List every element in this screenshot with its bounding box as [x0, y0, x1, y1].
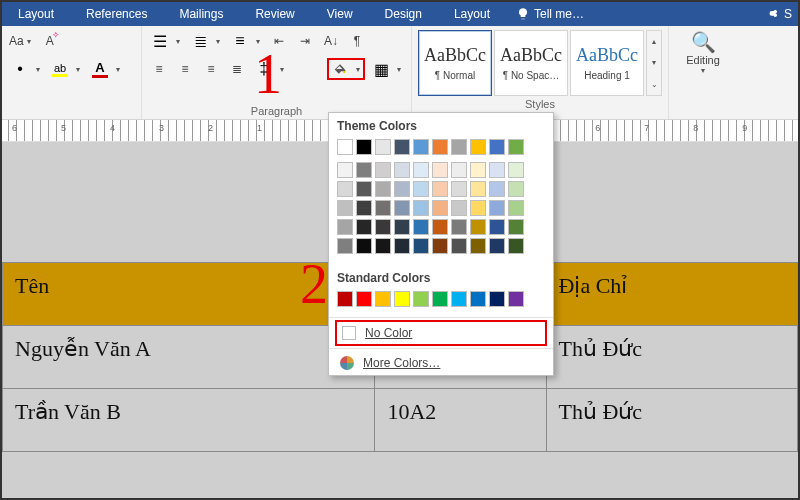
- color-swatch[interactable]: [337, 291, 353, 307]
- no-color-item[interactable]: No Color: [337, 322, 545, 344]
- color-swatch[interactable]: [489, 238, 505, 254]
- color-swatch[interactable]: [356, 219, 372, 235]
- color-swatch[interactable]: [489, 181, 505, 197]
- color-swatch[interactable]: [375, 181, 391, 197]
- color-swatch[interactable]: [375, 200, 391, 216]
- color-swatch[interactable]: [356, 200, 372, 216]
- change-case-button[interactable]: Aa▾: [8, 30, 35, 52]
- decrease-indent-button[interactable]: ⇤: [268, 30, 290, 52]
- show-marks-button[interactable]: ¶: [346, 30, 368, 52]
- font-color-button[interactable]: A▾: [88, 58, 124, 80]
- color-swatch[interactable]: [432, 200, 448, 216]
- tab-mailings[interactable]: Mailings: [163, 2, 239, 26]
- color-swatch[interactable]: [356, 238, 372, 254]
- align-center-button[interactable]: ≡: [174, 58, 196, 80]
- more-colors-item[interactable]: More Colors…: [329, 351, 553, 375]
- tab-view[interactable]: View: [311, 2, 369, 26]
- styles-more[interactable]: ▴▾⌄: [646, 30, 662, 96]
- tell-me-search[interactable]: Tell me…: [506, 7, 594, 21]
- color-swatch[interactable]: [356, 181, 372, 197]
- color-swatch[interactable]: [337, 238, 353, 254]
- align-right-button[interactable]: ≡: [200, 58, 222, 80]
- increase-indent-button[interactable]: ⇥: [294, 30, 316, 52]
- color-swatch[interactable]: [413, 200, 429, 216]
- multilevel-list-button[interactable]: ≡▾: [228, 30, 264, 52]
- color-swatch[interactable]: [394, 238, 410, 254]
- tab-design[interactable]: Design: [369, 2, 438, 26]
- color-swatch[interactable]: [432, 238, 448, 254]
- color-swatch[interactable]: [375, 291, 391, 307]
- color-swatch[interactable]: [394, 181, 410, 197]
- color-swatch[interactable]: [337, 200, 353, 216]
- color-swatch[interactable]: [413, 162, 429, 178]
- color-swatch[interactable]: [413, 181, 429, 197]
- color-swatch[interactable]: [337, 219, 353, 235]
- color-swatch[interactable]: [394, 139, 410, 155]
- color-swatch[interactable]: [451, 200, 467, 216]
- borders-button[interactable]: ▦▾: [369, 58, 405, 80]
- table-cell[interactable]: Trần Văn B: [3, 389, 375, 452]
- tab-layout-2[interactable]: Layout: [438, 2, 506, 26]
- table-cell[interactable]: Thủ Đức: [546, 389, 797, 452]
- align-left-button[interactable]: ≡: [148, 58, 170, 80]
- bullets-button[interactable]: ☰▾: [148, 30, 184, 52]
- style-normal[interactable]: AaBbCc ¶ Normal: [418, 30, 492, 96]
- color-swatch[interactable]: [356, 291, 372, 307]
- sort-button[interactable]: A↓: [320, 30, 342, 52]
- table-cell[interactable]: Thủ Đức: [546, 326, 797, 389]
- line-spacing-button[interactable]: ‡▾: [252, 58, 288, 80]
- color-swatch[interactable]: [489, 162, 505, 178]
- highlight-color-button[interactable]: ab▾: [48, 58, 84, 80]
- style-no-spacing[interactable]: AaBbCc ¶ No Spac…: [494, 30, 568, 96]
- numbering-button[interactable]: ≣▾: [188, 30, 224, 52]
- editing-group[interactable]: 🔍 Editing ▾: [669, 26, 737, 119]
- color-swatch[interactable]: [432, 219, 448, 235]
- clear-formatting-button[interactable]: A✧: [39, 30, 61, 52]
- color-swatch[interactable]: [413, 139, 429, 155]
- share-button[interactable]: S: [766, 2, 792, 26]
- color-swatch[interactable]: [375, 238, 391, 254]
- color-swatch[interactable]: [356, 162, 372, 178]
- color-swatch[interactable]: [413, 291, 429, 307]
- color-swatch[interactable]: [508, 139, 524, 155]
- color-swatch[interactable]: [470, 219, 486, 235]
- color-swatch[interactable]: [451, 139, 467, 155]
- color-swatch[interactable]: [356, 139, 372, 155]
- color-swatch[interactable]: [394, 200, 410, 216]
- shading-button[interactable]: ▾: [327, 58, 365, 80]
- color-swatch[interactable]: [337, 162, 353, 178]
- color-swatch[interactable]: [470, 181, 486, 197]
- color-swatch[interactable]: [508, 181, 524, 197]
- table-cell[interactable]: 10A2: [375, 389, 546, 452]
- color-swatch[interactable]: [470, 139, 486, 155]
- color-swatch[interactable]: [470, 162, 486, 178]
- style-heading-1[interactable]: AaBbCc Heading 1: [570, 30, 644, 96]
- table-cell[interactable]: Nguyễn Văn A: [3, 326, 375, 389]
- color-swatch[interactable]: [413, 238, 429, 254]
- color-swatch[interactable]: [375, 139, 391, 155]
- color-swatch[interactable]: [508, 238, 524, 254]
- color-swatch[interactable]: [394, 219, 410, 235]
- color-swatch[interactable]: [508, 291, 524, 307]
- color-swatch[interactable]: [508, 219, 524, 235]
- color-swatch[interactable]: [508, 200, 524, 216]
- color-swatch[interactable]: [470, 291, 486, 307]
- color-swatch[interactable]: [451, 219, 467, 235]
- color-swatch[interactable]: [451, 291, 467, 307]
- color-swatch[interactable]: [489, 219, 505, 235]
- color-swatch[interactable]: [432, 181, 448, 197]
- color-swatch[interactable]: [508, 162, 524, 178]
- color-swatch[interactable]: [432, 291, 448, 307]
- color-swatch[interactable]: [451, 162, 467, 178]
- color-swatch[interactable]: [432, 139, 448, 155]
- color-swatch[interactable]: [375, 162, 391, 178]
- color-swatch[interactable]: [489, 291, 505, 307]
- color-swatch[interactable]: [337, 139, 353, 155]
- color-swatch[interactable]: [337, 181, 353, 197]
- color-swatch[interactable]: [451, 181, 467, 197]
- color-swatch[interactable]: [394, 291, 410, 307]
- tab-layout[interactable]: Layout: [2, 2, 70, 26]
- color-swatch[interactable]: [375, 219, 391, 235]
- color-swatch[interactable]: [489, 200, 505, 216]
- tab-review[interactable]: Review: [239, 2, 310, 26]
